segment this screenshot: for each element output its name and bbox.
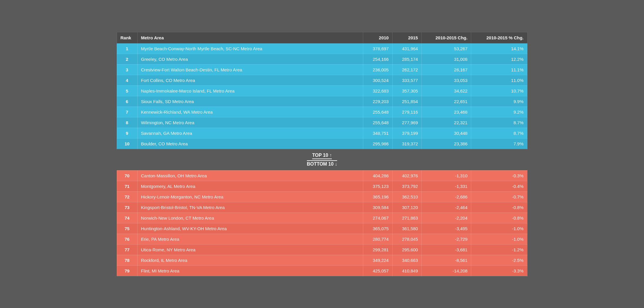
y2010-cell: 404,286 (363, 170, 392, 181)
pct-cell: 10.7% (471, 85, 527, 96)
metro-cell: Boulder, CO Metro Area (137, 138, 363, 149)
table-row: 72 Hickory-Lenoir-Morganton, NC Metro Ar… (117, 191, 527, 202)
rank-cell: 10 (117, 138, 137, 149)
table-row: 5 Naples-Immokalee-Marco Island, FL Metr… (117, 85, 527, 96)
chg-cell: -1,331 (422, 181, 471, 191)
y2010-cell: 375,123 (363, 181, 392, 191)
chg-cell: -3,681 (422, 244, 471, 255)
pct-cell: -2.5% (471, 255, 527, 265)
chg-cell: 30,448 (422, 128, 471, 138)
metro-cell: Hickory-Lenoir-Morganton, NC Metro Area (137, 191, 363, 202)
chg-cell: -1,310 (422, 170, 471, 181)
chg-cell: 34,622 (422, 85, 471, 96)
metro-cell: Greeley, CO Metro Area (137, 54, 363, 64)
rank-cell: 2 (117, 54, 137, 64)
metro-cell: Norwich-New London, CT Metro Area (137, 213, 363, 223)
metro-cell: Crestview-Fort Walton Beach-Destin, FL M… (137, 64, 363, 75)
rank-cell: 70 (117, 170, 137, 181)
table-row: 76 Erie, PA Metro Area 280,774 278,045 -… (117, 234, 527, 244)
y2010-cell: 365,075 (363, 223, 392, 234)
metro-cell: Flint, MI Metro Area (137, 265, 363, 276)
header-2010: 2010 (363, 32, 392, 43)
y2015-cell: 285,174 (392, 54, 422, 64)
pct-cell: -0.8% (471, 213, 527, 223)
pct-cell: 9.2% (471, 107, 527, 117)
metro-cell: Naples-Immokalee-Marco Island, FL Metro … (137, 85, 363, 96)
y2015-cell: 362,510 (392, 191, 422, 202)
rank-cell: 76 (117, 234, 137, 244)
metro-cell: Montgomery, AL Metro Area (137, 181, 363, 191)
y2015-cell: 410,849 (392, 265, 422, 276)
y2010-cell: 229,203 (363, 96, 392, 107)
y2015-cell: 333,577 (392, 75, 422, 85)
y2015-cell: 319,372 (392, 138, 422, 149)
metro-cell: Canton-Massillon, OH Metro Area (137, 170, 363, 181)
y2015-cell: 262,172 (392, 64, 422, 75)
table-row: 79 Flint, MI Metro Area 425,057 410,849 … (117, 265, 527, 276)
y2015-cell: 357,305 (392, 85, 422, 96)
y2010-cell: 299,281 (363, 244, 392, 255)
y2015-cell: 431,964 (392, 43, 422, 54)
pct-cell: -3.3% (471, 265, 527, 276)
divider-content: TOP 10 ↑ BOTTOM 10 ↓ (120, 153, 524, 167)
chg-cell: -2,464 (422, 202, 471, 213)
y2015-cell: 402,976 (392, 170, 422, 181)
metro-cell: Wilmington, NC Metro Area (137, 117, 363, 128)
y2015-cell: 278,045 (392, 234, 422, 244)
rank-cell: 72 (117, 191, 137, 202)
chg-cell: 22,321 (422, 117, 471, 128)
y2015-cell: 277,969 (392, 117, 422, 128)
y2010-cell: 254,166 (363, 54, 392, 64)
rank-cell: 8 (117, 117, 137, 128)
rank-cell: 5 (117, 85, 137, 96)
pct-cell: 14.1% (471, 43, 527, 54)
y2015-cell: 379,199 (392, 128, 422, 138)
metro-cell: Kennewick-Richland, WA Metro Area (137, 107, 363, 117)
table-row: 4 Fort Collins, CO Metro Area 300,524 33… (117, 75, 527, 85)
y2010-cell: 280,774 (363, 234, 392, 244)
pct-cell: -1.0% (471, 223, 527, 234)
chg-cell: 23,386 (422, 138, 471, 149)
rank-cell: 4 (117, 75, 137, 85)
metro-cell: Rockford, IL Metro Area (137, 255, 363, 265)
table-row: 78 Rockford, IL Metro Area 349,224 340,6… (117, 255, 527, 265)
y2015-cell: 271,863 (392, 213, 422, 223)
rank-cell: 79 (117, 265, 137, 276)
table-row: 9 Savannah, GA Metro Area 348,751 379,19… (117, 128, 527, 138)
pct-cell: -1.2% (471, 244, 527, 255)
metro-cell: Utica-Rome, NY Metro Area (137, 244, 363, 255)
chg-cell: 33,053 (422, 75, 471, 85)
y2015-cell: 279,116 (392, 107, 422, 117)
chg-cell: -8,561 (422, 255, 471, 265)
header-rank: Rank (117, 32, 137, 43)
header-metro: Metro Area (137, 32, 363, 43)
pct-cell: -0.8% (471, 202, 527, 213)
table-row: 70 Canton-Massillon, OH Metro Area 404,2… (117, 170, 527, 181)
y2015-cell: 340,663 (392, 255, 422, 265)
y2010-cell: 425,057 (363, 265, 392, 276)
header-chg: 2010-2015 Chg. (422, 32, 471, 43)
pct-cell: -0.7% (471, 191, 527, 202)
y2010-cell: 349,224 (363, 255, 392, 265)
pct-cell: 11.1% (471, 64, 527, 75)
chg-cell: 26,167 (422, 64, 471, 75)
y2010-cell: 322,683 (363, 85, 392, 96)
y2010-cell: 255,648 (363, 117, 392, 128)
pct-cell: 9.9% (471, 96, 527, 107)
chg-cell: 31,008 (422, 54, 471, 64)
header-pct: 2010-2015 % Chg. (471, 32, 527, 43)
y2015-cell: 307,120 (392, 202, 422, 213)
table-row: 75 Huntington-Ashland, WV-KY-OH Metro Ar… (117, 223, 527, 234)
rank-cell: 1 (117, 43, 137, 54)
chg-cell: -2,686 (422, 191, 471, 202)
table-row: 77 Utica-Rome, NY Metro Area 299,281 295… (117, 244, 527, 255)
pct-cell: 12.2% (471, 54, 527, 64)
table-row: 7 Kennewick-Richland, WA Metro Area 255,… (117, 107, 527, 117)
metro-cell: Erie, PA Metro Area (137, 234, 363, 244)
y2010-cell: 309,584 (363, 202, 392, 213)
main-container: Rank Metro Area 2010 2015 2010-2015 Chg.… (117, 32, 528, 276)
pct-cell: -1.0% (471, 234, 527, 244)
top-section: 1 Myrtle Beach-Conway-North Myrtle Beach… (117, 43, 527, 149)
header-2015: 2015 (392, 32, 422, 43)
table-row: 2 Greeley, CO Metro Area 254,166 285,174… (117, 54, 527, 64)
